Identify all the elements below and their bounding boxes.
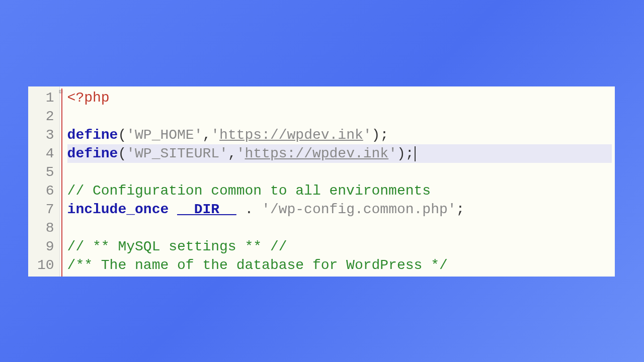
- code-token: ': [363, 126, 372, 144]
- code-token: /** The name of the database for WordPre…: [67, 256, 448, 275]
- code-line[interactable]: [67, 219, 612, 237]
- line-number: 6: [37, 182, 54, 200]
- code-token: include_once: [67, 200, 169, 219]
- code-token: [169, 200, 177, 219]
- code-token: https://wpdev.ink: [245, 144, 389, 163]
- code-token: // Configuration common to all environme…: [67, 182, 431, 200]
- line-number: 4: [37, 144, 54, 163]
- code-token: define: [67, 144, 118, 163]
- code-area[interactable]: <?phpdefine('WP_HOME','https://wpdev.ink…: [64, 86, 615, 277]
- fold-guide-line: [61, 88, 62, 277]
- code-line[interactable]: // ** MySQL settings ** //: [67, 237, 612, 256]
- code-line[interactable]: [67, 107, 612, 126]
- fold-column[interactable]: ⊟: [59, 86, 64, 277]
- code-token: ;: [456, 200, 465, 219]
- line-number: 10: [37, 256, 54, 275]
- code-line[interactable]: [67, 163, 612, 182]
- code-editor[interactable]: 12345678910 ⊟ <?phpdefine('WP_HOME','htt…: [28, 86, 615, 277]
- line-number: 3: [37, 126, 54, 144]
- code-token: <?php: [67, 88, 110, 107]
- code-token: https://wpdev.ink: [219, 126, 363, 144]
- code-line[interactable]: /** The name of the database for WordPre…: [67, 256, 612, 275]
- code-line[interactable]: define('WP_HOME','https://wpdev.ink');: [67, 126, 612, 144]
- line-number: 8: [37, 219, 54, 237]
- line-number: 2: [37, 107, 54, 126]
- code-token: );: [397, 144, 414, 163]
- line-number: 9: [37, 237, 54, 256]
- line-number: 5: [37, 163, 54, 182]
- code-token: // ** MySQL settings ** //: [67, 237, 287, 256]
- code-line[interactable]: // Configuration common to all environme…: [67, 182, 612, 200]
- code-token: (: [118, 144, 126, 163]
- code-line[interactable]: include_once __DIR__ . '/wp-config.commo…: [67, 200, 612, 219]
- code-token: __DIR__: [177, 200, 236, 219]
- code-token: '/wp-config.common.php': [262, 200, 456, 219]
- code-token: (: [118, 126, 126, 144]
- code-token: ,: [202, 126, 211, 144]
- code-token: 'WP_SITEURL': [126, 144, 228, 163]
- code-token: ': [388, 144, 397, 163]
- line-number: 7: [37, 200, 54, 219]
- code-token: ': [236, 144, 245, 163]
- line-number: 1: [37, 88, 54, 107]
- code-token: define: [67, 126, 118, 144]
- code-token: .: [236, 200, 262, 219]
- code-line[interactable]: <?php: [67, 88, 612, 107]
- code-token: ,: [228, 144, 236, 163]
- code-line[interactable]: define('WP_SITEURL','https://wpdev.ink')…: [67, 144, 612, 163]
- code-token: ': [211, 126, 219, 144]
- code-token: );: [372, 126, 389, 144]
- code-token: 'WP_HOME': [126, 126, 202, 144]
- text-cursor: [415, 146, 416, 161]
- line-number-gutter: 12345678910: [28, 86, 59, 277]
